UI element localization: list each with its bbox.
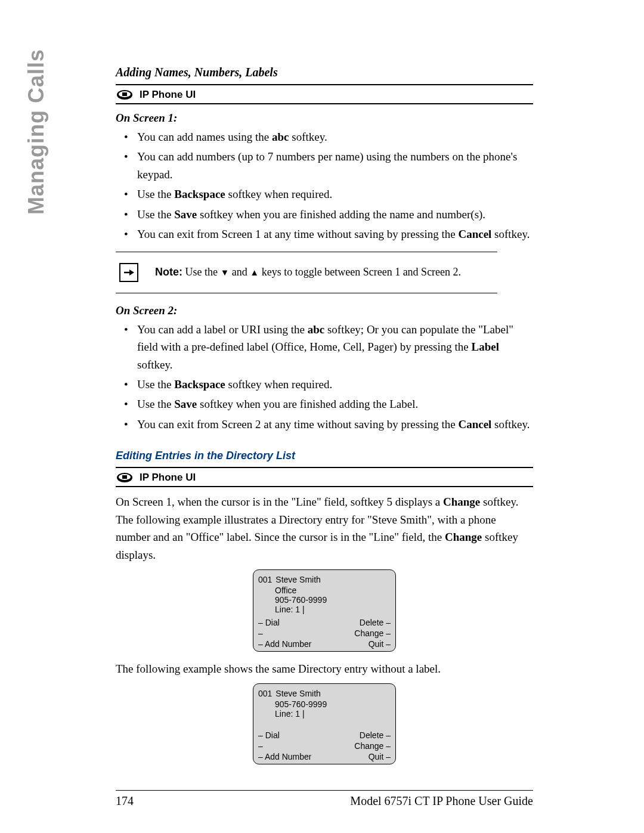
list-item: Use the Backspace softkey when required. bbox=[116, 185, 533, 203]
softkey-blank bbox=[258, 741, 263, 751]
softkey-delete[interactable]: Delete bbox=[360, 730, 391, 740]
list-item: Use the Save softkey when you are finish… bbox=[116, 395, 533, 413]
page-footer: 174 Model 6757i CT IP Phone User Guide bbox=[51, 790, 600, 808]
list-item: You can add names using the abc softkey. bbox=[116, 128, 533, 145]
softkey-quit[interactable]: Quit bbox=[369, 752, 391, 761]
list-item: You can exit from Screen 1 at any time w… bbox=[116, 225, 533, 243]
softkey-blank bbox=[258, 628, 263, 638]
softkey-change[interactable]: Change bbox=[354, 741, 391, 751]
ui-label: IP Phone UI bbox=[140, 89, 196, 101]
softkey-dial[interactable]: Dial bbox=[258, 730, 280, 740]
entry-number: 905-760-9999 bbox=[275, 595, 391, 605]
list-item: You can add a label or URI using the abc… bbox=[116, 321, 533, 373]
softkey-add-number[interactable]: Add Number bbox=[258, 639, 312, 649]
list-item: Use the Backspace softkey when required. bbox=[116, 376, 533, 393]
screen1-list: You can add names using the abc softkey.… bbox=[116, 128, 533, 243]
note-text: Note: Use the ▼ and ▲ keys to toggle bet… bbox=[155, 266, 461, 278]
down-triangle-icon: ▼ bbox=[220, 268, 229, 277]
phone-icon bbox=[116, 472, 134, 484]
ui-band: IP Phone UI bbox=[116, 467, 533, 487]
svg-rect-2 bbox=[122, 92, 127, 96]
list-item: You can exit from Screen 2 at any time w… bbox=[116, 416, 533, 433]
entry-label: Office bbox=[275, 586, 391, 595]
section-tab: Managing Calls bbox=[24, 49, 49, 215]
list-item: You can add numbers (up to 7 numbers per… bbox=[116, 148, 533, 183]
softkey-quit[interactable]: Quit bbox=[369, 639, 391, 649]
on-screen-1-head: On Screen 1: bbox=[116, 112, 533, 125]
list-item: Use the Save softkey when you are finish… bbox=[116, 206, 533, 223]
note-block: Note: Use the ▼ and ▲ keys to toggle bet… bbox=[116, 252, 497, 293]
phone-screen-2: 001Steve Smith 905-760-9999 Line: 1 | Di… bbox=[253, 683, 396, 764]
on-screen-2-head: On Screen 2: bbox=[116, 304, 533, 317]
ui-label: IP Phone UI bbox=[140, 472, 196, 484]
paragraph: The following example shows the same Dir… bbox=[116, 660, 533, 677]
entry-name: Steve Smith bbox=[275, 575, 320, 584]
editing-entries-head: Editing Entries in the Directory List bbox=[116, 450, 533, 462]
entry-line: Line: 1 | bbox=[275, 605, 391, 614]
entry-line: Line: 1 | bbox=[275, 709, 391, 719]
svg-marker-4 bbox=[129, 270, 134, 275]
softkey-delete[interactable]: Delete bbox=[360, 618, 391, 627]
entry-number: 905-760-9999 bbox=[275, 699, 391, 709]
section-title: Adding Names, Numbers, Labels bbox=[116, 66, 533, 79]
up-triangle-icon: ▲ bbox=[250, 268, 259, 277]
softkey-dial[interactable]: Dial bbox=[258, 618, 280, 627]
phone-icon bbox=[116, 89, 134, 101]
ui-band: IP Phone UI bbox=[116, 84, 533, 104]
softkey-change[interactable]: Change bbox=[354, 628, 391, 638]
entry-index: 001 bbox=[258, 575, 272, 584]
paragraph: On Screen 1, when the cursor is in the "… bbox=[116, 493, 533, 563]
softkey-add-number[interactable]: Add Number bbox=[258, 752, 312, 761]
svg-rect-7 bbox=[122, 475, 127, 479]
screen2-list: You can add a label or URI using the abc… bbox=[116, 321, 533, 433]
page-number: 174 bbox=[116, 794, 134, 808]
entry-name: Steve Smith bbox=[275, 689, 320, 698]
entry-index: 001 bbox=[258, 689, 272, 698]
phone-screen-1: 001Steve Smith Office 905-760-9999 Line:… bbox=[253, 569, 396, 652]
guide-title: Model 6757i CT IP Phone User Guide bbox=[350, 794, 533, 808]
arrow-right-icon bbox=[119, 263, 138, 282]
